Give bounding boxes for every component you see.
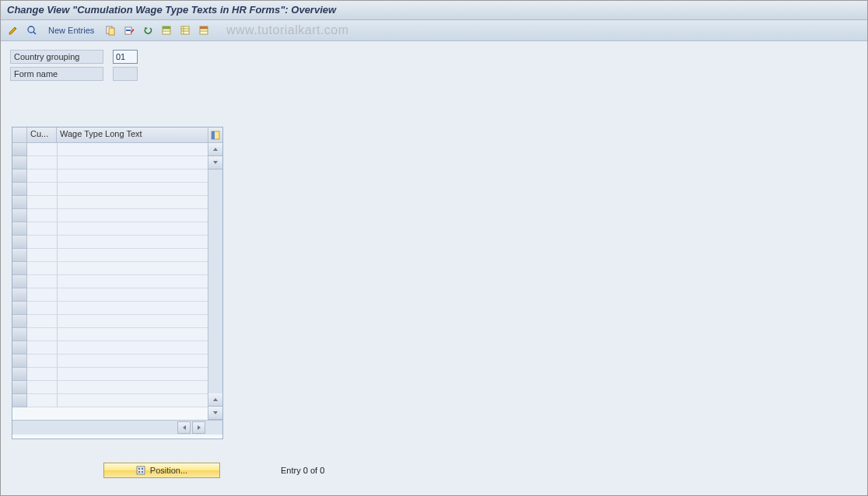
cell-cu[interactable] bbox=[27, 249, 58, 262]
table-row[interactable] bbox=[12, 236, 208, 249]
table-row[interactable] bbox=[12, 156, 208, 169]
cell-wage-type-long-text[interactable] bbox=[58, 262, 208, 275]
table-row[interactable] bbox=[12, 143, 208, 156]
cell-cu[interactable] bbox=[27, 183, 58, 196]
cell-cu[interactable] bbox=[27, 315, 58, 328]
cell-wage-type-long-text[interactable] bbox=[58, 236, 208, 249]
row-selector[interactable] bbox=[12, 222, 27, 236]
vertical-scrollbar[interactable] bbox=[208, 143, 222, 420]
row-selector[interactable] bbox=[12, 315, 27, 328]
row-selector[interactable] bbox=[12, 262, 27, 275]
cell-cu[interactable] bbox=[27, 328, 58, 341]
table-row[interactable] bbox=[12, 394, 208, 407]
position-button[interactable]: Position... bbox=[103, 463, 220, 478]
row-selector[interactable] bbox=[12, 236, 27, 249]
cell-wage-type-long-text[interactable] bbox=[58, 368, 208, 381]
row-selector[interactable] bbox=[12, 156, 27, 169]
cell-wage-type-long-text[interactable] bbox=[58, 209, 208, 222]
cell-wage-type-long-text[interactable] bbox=[58, 394, 208, 407]
table-row[interactable] bbox=[12, 209, 208, 222]
column-header-cu[interactable]: Cu... bbox=[27, 127, 57, 143]
table-row[interactable] bbox=[12, 169, 208, 183]
table-row[interactable] bbox=[12, 288, 208, 302]
table-row[interactable] bbox=[12, 341, 208, 355]
cell-wage-type-long-text[interactable] bbox=[58, 381, 208, 394]
cell-cu[interactable] bbox=[27, 222, 58, 236]
horizontal-scrollbar[interactable] bbox=[12, 420, 222, 435]
cell-wage-type-long-text[interactable] bbox=[58, 355, 208, 368]
table-select-all-header[interactable] bbox=[12, 127, 27, 143]
row-selector[interactable] bbox=[12, 249, 27, 262]
row-selector[interactable] bbox=[12, 183, 27, 196]
cell-cu[interactable] bbox=[27, 143, 58, 156]
cell-cu[interactable] bbox=[27, 288, 58, 302]
row-selector[interactable] bbox=[12, 341, 27, 355]
toggle-display-change-icon[interactable] bbox=[5, 23, 21, 38]
row-selector[interactable] bbox=[12, 288, 27, 302]
form-name-input[interactable] bbox=[113, 67, 138, 81]
column-header-wage-type-long-text[interactable]: Wage Type Long Text bbox=[57, 127, 208, 143]
table-row[interactable] bbox=[12, 315, 208, 328]
table-row[interactable] bbox=[12, 249, 208, 262]
table-row[interactable] bbox=[12, 381, 208, 394]
row-selector[interactable] bbox=[12, 381, 27, 394]
cell-cu[interactable] bbox=[27, 156, 58, 169]
cell-cu[interactable] bbox=[27, 381, 58, 394]
cell-wage-type-long-text[interactable] bbox=[58, 222, 208, 236]
select-block-icon[interactable] bbox=[177, 23, 193, 38]
table-row[interactable] bbox=[12, 262, 208, 275]
cell-wage-type-long-text[interactable] bbox=[58, 302, 208, 315]
cell-cu[interactable] bbox=[27, 394, 58, 407]
undo-change-icon[interactable] bbox=[140, 23, 156, 38]
cell-wage-type-long-text[interactable] bbox=[58, 275, 208, 288]
cell-cu[interactable] bbox=[27, 355, 58, 368]
table-row[interactable] bbox=[12, 328, 208, 341]
table-row[interactable] bbox=[12, 355, 208, 368]
country-grouping-input[interactable] bbox=[113, 50, 138, 64]
cell-wage-type-long-text[interactable] bbox=[58, 196, 208, 209]
row-selector[interactable] bbox=[12, 368, 27, 381]
new-entries-button[interactable]: New Entries bbox=[43, 23, 100, 38]
vertical-scroll-track[interactable] bbox=[208, 169, 222, 393]
cell-cu[interactable] bbox=[27, 341, 58, 355]
delete-icon[interactable] bbox=[121, 23, 137, 38]
cell-cu[interactable] bbox=[27, 196, 58, 209]
cell-wage-type-long-text[interactable] bbox=[58, 328, 208, 341]
cell-cu[interactable] bbox=[27, 236, 58, 249]
scroll-down-top-icon[interactable] bbox=[208, 156, 222, 169]
cell-cu[interactable] bbox=[27, 209, 58, 222]
row-selector[interactable] bbox=[12, 355, 27, 368]
table-configure-icon[interactable] bbox=[208, 127, 222, 143]
cell-cu[interactable] bbox=[27, 368, 58, 381]
copy-icon[interactable] bbox=[103, 23, 118, 38]
cell-cu[interactable] bbox=[27, 302, 58, 315]
cell-wage-type-long-text[interactable] bbox=[58, 315, 208, 328]
table-row[interactable] bbox=[12, 222, 208, 236]
scroll-up-icon[interactable] bbox=[208, 143, 222, 156]
table-row[interactable] bbox=[12, 302, 208, 315]
table-row[interactable] bbox=[12, 368, 208, 381]
cell-wage-type-long-text[interactable] bbox=[58, 156, 208, 169]
cell-wage-type-long-text[interactable] bbox=[58, 288, 208, 302]
row-selector[interactable] bbox=[12, 169, 27, 183]
row-selector[interactable] bbox=[12, 275, 27, 288]
row-selector[interactable] bbox=[12, 328, 27, 341]
cell-cu[interactable] bbox=[27, 169, 58, 183]
table-row[interactable] bbox=[12, 275, 208, 288]
cell-cu[interactable] bbox=[27, 262, 58, 275]
deselect-all-icon[interactable] bbox=[196, 23, 212, 38]
select-all-icon[interactable] bbox=[159, 23, 174, 38]
cell-wage-type-long-text[interactable] bbox=[58, 169, 208, 183]
cell-wage-type-long-text[interactable] bbox=[58, 183, 208, 196]
scroll-left-icon[interactable] bbox=[177, 421, 191, 434]
scroll-up-bottom-icon[interactable] bbox=[208, 393, 222, 407]
row-selector[interactable] bbox=[12, 394, 27, 407]
row-selector[interactable] bbox=[12, 196, 27, 209]
table-row[interactable] bbox=[12, 183, 208, 196]
scroll-right-icon[interactable] bbox=[192, 421, 205, 434]
details-icon[interactable] bbox=[24, 23, 40, 38]
cell-wage-type-long-text[interactable] bbox=[58, 249, 208, 262]
cell-wage-type-long-text[interactable] bbox=[58, 143, 208, 156]
table-row[interactable] bbox=[12, 196, 208, 209]
row-selector[interactable] bbox=[12, 209, 27, 222]
